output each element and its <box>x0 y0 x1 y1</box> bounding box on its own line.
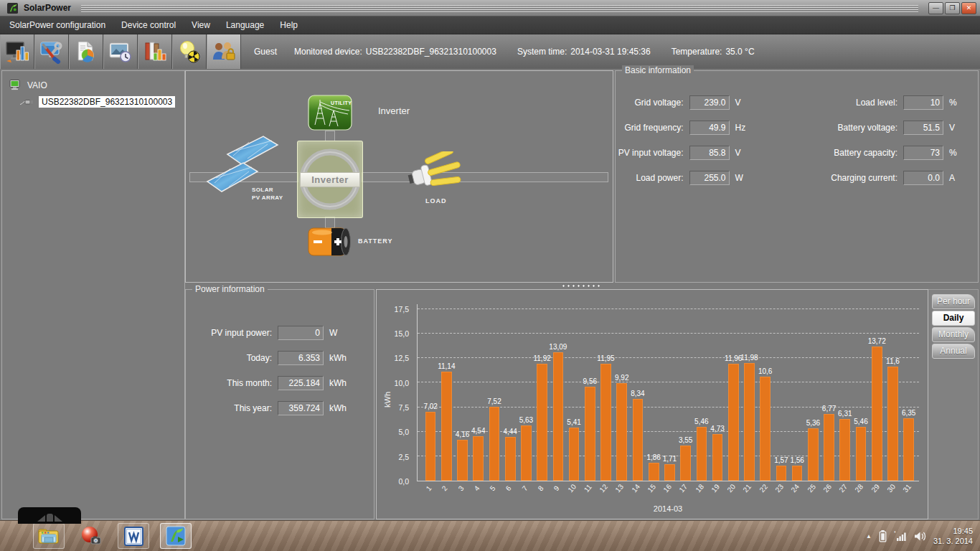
bar-value-label: 5,63 <box>519 416 533 424</box>
chart-x-axis-title: 2014-03 <box>417 504 919 513</box>
bar-value-label: 1,71 <box>663 455 677 463</box>
system-time-label: System time: <box>517 47 567 57</box>
grid-frequency-value: 49.9 <box>689 121 730 135</box>
tab-per-hour[interactable]: Per hour <box>932 294 975 309</box>
status-user: Guest <box>254 47 277 57</box>
monitored-device-value: USB22382DBF_96321310100003 <box>366 47 496 57</box>
chart-view-tabs: Per hour Daily Monthly Annual <box>928 289 979 519</box>
bar-column: 9,92 <box>614 304 630 481</box>
x-tick-label: 21 <box>741 481 757 497</box>
taskbar-explorer-button[interactable] <box>33 523 65 549</box>
bar-column: 5,46 <box>694 304 710 481</box>
x-tick-label: 15 <box>646 481 661 497</box>
x-tick-label: 8 <box>534 481 550 497</box>
computer-icon <box>9 79 22 91</box>
bar <box>569 428 580 481</box>
menu-device-control[interactable]: Device control <box>113 17 184 34</box>
monitoring-button[interactable] <box>0 34 34 69</box>
chart-bars: 7,0211,144,164,547,524,445,6311,9213,095… <box>423 304 917 481</box>
tray-chevron-icon[interactable]: ▲ <box>866 533 872 540</box>
bar-value-label: 13,09 <box>549 343 567 351</box>
window-title: SolarPower <box>24 3 71 13</box>
bar <box>839 419 850 481</box>
restore-button[interactable]: ❐ <box>945 2 960 14</box>
load-label: LOAD <box>425 197 447 204</box>
taskbar: ▲ * 19:45 31. 3. 2014 <box>0 520 980 551</box>
device-settings-icon <box>39 39 64 64</box>
menu-solarpower-configuration[interactable]: SolarPower configuration <box>1 17 113 34</box>
explorer-icon <box>38 527 60 545</box>
horizontal-splitter[interactable] <box>185 283 979 289</box>
x-tick-label: 7 <box>518 481 534 497</box>
network-signal-icon[interactable]: * <box>894 530 907 542</box>
x-tick-label: 11 <box>582 481 598 497</box>
year-energy-value: 359.724 <box>278 401 324 415</box>
x-tick-label: 4 <box>470 481 486 497</box>
system-tray: ▲ * 19:45 31. 3. 2014 <box>866 521 976 551</box>
taskbar-solarpower-button[interactable] <box>160 523 192 549</box>
tree-node-computer[interactable]: VAIO <box>9 79 184 91</box>
event-viewer-icon <box>108 39 133 64</box>
monitoring-icon <box>5 39 29 64</box>
basic-information-title: Basic information <box>622 65 694 75</box>
bar <box>760 377 771 481</box>
menu-bar: SolarPower configuration Device control … <box>0 17 980 34</box>
main-region: Inverter <box>185 70 979 519</box>
bar <box>473 436 484 481</box>
x-tick-label: 24 <box>789 481 805 497</box>
bar-column: 13,72 <box>869 304 885 481</box>
taskbar-word-button[interactable] <box>118 523 149 549</box>
taskbar-image-viewer-button[interactable] <box>75 523 107 549</box>
volume-icon[interactable] <box>914 531 926 542</box>
bar <box>856 427 867 481</box>
bar-value-label: 4,16 <box>456 430 469 438</box>
utility-label: UTILITY <box>331 100 352 105</box>
bar <box>712 434 723 481</box>
battery-tray-icon[interactable] <box>879 530 887 542</box>
basic-left-column: Grid voltage: 239.0 V Grid frequency: 49… <box>616 95 797 196</box>
inverter-icon: Inverter <box>297 141 363 218</box>
device-settings-button[interactable] <box>34 34 69 69</box>
bar-column: 5,46 <box>853 304 869 481</box>
workspace: VAIO USB22382DBF_96321310100003 <box>0 69 980 521</box>
y-tick-label: 12,5 <box>395 354 409 362</box>
minimize-button[interactable]: — <box>928 2 943 14</box>
diagram-heading: Inverter <box>378 105 410 116</box>
report-button[interactable] <box>69 34 103 69</box>
power-information-title: Power information <box>192 284 268 294</box>
usb-cable-icon <box>19 98 35 107</box>
bar <box>585 387 595 481</box>
menu-language[interactable]: Language <box>218 17 272 34</box>
taskbar-clock[interactable]: 19:45 31. 3. 2014 <box>933 526 976 546</box>
menu-view[interactable]: View <box>184 17 218 34</box>
y-tick-label: 5,0 <box>398 428 409 436</box>
event-viewer-button[interactable] <box>103 34 138 69</box>
bar <box>824 414 834 481</box>
bar <box>505 437 516 481</box>
statistics-button[interactable] <box>138 34 172 69</box>
bar-column: 4,44 <box>502 304 518 481</box>
tree-device-label: USB22382DBF_96321310100003 <box>39 96 175 108</box>
tab-annual[interactable]: Annual <box>932 344 975 359</box>
bar-column: 4,16 <box>454 304 470 481</box>
chart-xaxis: 1234567891011121314151617181920212223242… <box>417 481 919 497</box>
close-button[interactable]: ✕ <box>961 2 976 14</box>
user-management-button[interactable] <box>207 34 241 69</box>
bar-value-label: 9,92 <box>615 374 628 382</box>
field-charging-current: Charging current: 0.0 A <box>797 171 970 185</box>
x-tick-label: 25 <box>805 481 821 497</box>
today-energy-value: 6.353 <box>278 351 324 365</box>
title-bar: SolarPower — ❐ ✕ <box>0 0 980 17</box>
bar-value-label: 11,98 <box>740 354 758 362</box>
status-system-time: System time:2014-03-31 19:45:36 <box>517 47 654 57</box>
menu-help[interactable]: Help <box>272 17 306 34</box>
bar-value-label: 1,57 <box>774 456 788 464</box>
tab-daily[interactable]: Daily <box>932 311 975 326</box>
grid-voltage-value: 239.0 <box>689 95 730 110</box>
user-management-icon <box>212 39 236 64</box>
alarm-button[interactable] <box>172 34 207 69</box>
tab-monthly[interactable]: Monthly <box>932 327 975 342</box>
tree-node-device[interactable]: USB22382DBF_96321310100003 <box>19 96 184 108</box>
energy-chart-panel: kWh 0,02,55,07,510,012,515,017,5 7,0211,… <box>376 289 928 519</box>
screen: SolarPower — ❐ ✕ SolarPower configuratio… <box>0 0 980 551</box>
